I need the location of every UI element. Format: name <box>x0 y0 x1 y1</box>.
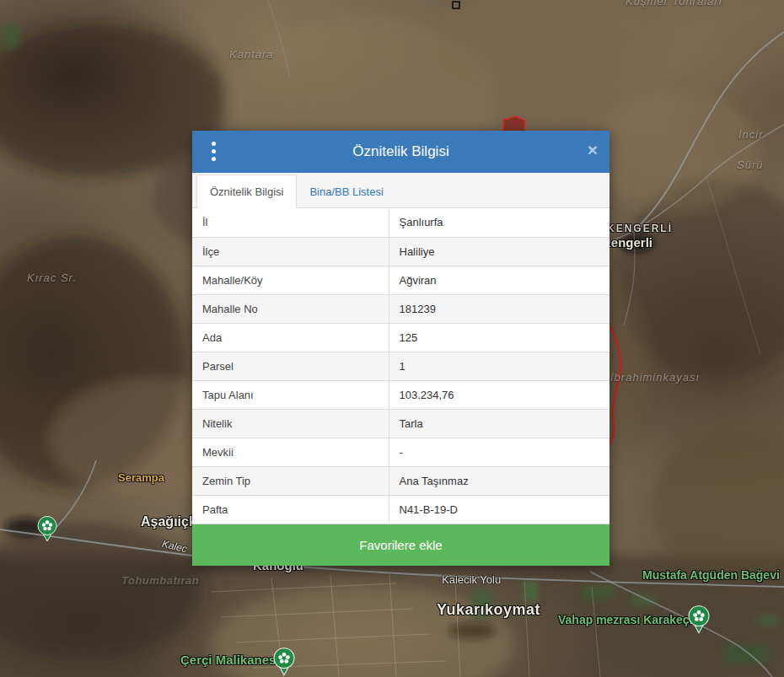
map-label-vahap-karakeci[interactable]: Vahap mezrası Karakeçi <box>558 613 693 626</box>
table-row: İlçeHaliliye <box>192 237 609 266</box>
table-row: Tapu Alanı103.234,76 <box>192 380 609 409</box>
map-label-serampa[interactable]: Serampa <box>118 471 164 484</box>
map-label-kengerli-town: Kengerli <box>602 235 652 250</box>
table-row: Mevkii- <box>192 438 609 466</box>
map-label-cerci-malikanesi[interactable]: Çerçi Malikanesi <box>180 653 280 667</box>
table-row: İlŞanlıurfa <box>192 208 609 237</box>
map-label-yukarikoymat: Yukarıkoymat <box>437 601 540 619</box>
poi-pin-karakeci[interactable] <box>688 605 710 637</box>
map-label-tohumbatiran: Tohumbatıran <box>121 574 199 587</box>
row-label: Mevkii <box>192 438 389 466</box>
add-to-favorites-button[interactable]: Favorilere ekle <box>192 524 609 566</box>
row-value: 181239 <box>389 294 609 323</box>
close-icon[interactable]: × <box>588 141 598 159</box>
row-value: Ağviran <box>389 266 609 294</box>
row-label: İlçe <box>192 237 389 266</box>
row-label: Ada <box>192 323 389 352</box>
table-row: Parsel1 <box>192 352 609 380</box>
table-row: Ada125 <box>192 323 609 352</box>
row-value: - <box>389 438 609 466</box>
dialog-tabs: Öznitelik Bilgisi Bina/BB Listesi <box>192 173 609 208</box>
map-label-kengerli-district: KENGERLİ <box>607 223 673 234</box>
row-value: 1 <box>389 352 609 380</box>
table-row: Mahalle/KöyAğviran <box>192 266 609 294</box>
tab-bina-bb-listesi[interactable]: Bina/BB Listesi <box>297 175 395 207</box>
map-label-incir: İncir <box>738 128 764 141</box>
row-value: Şanlıurfa <box>389 208 609 237</box>
map-label-asagiick: Aşağıiçk <box>141 514 196 529</box>
table-row: Mahalle No181239 <box>192 294 609 323</box>
row-value: Haliliye <box>389 237 609 266</box>
row-value: 103.234,76 <box>389 380 609 409</box>
row-value: N41-B-19-D <box>389 495 609 524</box>
attribute-info-dialog: Öznitelik Bilgisi × Öznitelik Bilgisi Bi… <box>192 131 609 566</box>
row-label: Zemin Tip <box>192 466 389 495</box>
map-label-kirac: Kırac Sr. <box>27 271 77 284</box>
row-label: Parsel <box>192 352 389 380</box>
table-row: Zemin TipAna Taşınmaz <box>192 466 609 495</box>
poi-pin-asagiick[interactable] <box>37 516 57 545</box>
map-label-suru: Sürü <box>737 159 763 171</box>
map-label-kusmer: Kuşmer Tonraları <box>626 0 722 8</box>
row-label: İl <box>192 208 389 237</box>
map-label-ibrahiminkayasi: İbrahiminkayası <box>610 371 700 384</box>
row-value: Tarla <box>389 409 609 438</box>
map-label-kantara: Kantara <box>229 48 274 61</box>
satellite-map[interactable]: Kuşmer Tonraları Kantara İncir Sürü KENG… <box>0 0 784 677</box>
dialog-title: Öznitelik Bilgisi <box>352 143 448 160</box>
menu-dots-icon[interactable] <box>210 142 217 164</box>
row-label: Tapu Alanı <box>192 380 389 409</box>
map-label-kalecik-yolu: Kalecik Yolu <box>442 573 501 586</box>
table-row: PaftaN41-B-19-D <box>192 495 609 524</box>
map-label-mustafa-atguden[interactable]: Mustafa Atgüden Bağevi <box>642 568 780 582</box>
table-row: NitelikTarla <box>192 409 609 438</box>
tab-oznitelik-bilgisi[interactable]: Öznitelik Bilgisi <box>196 175 297 208</box>
row-label: Nitelik <box>192 409 389 438</box>
map-feature-square <box>453 2 459 8</box>
row-label: Pafta <box>192 495 389 524</box>
poi-pin-cerci[interactable] <box>273 647 295 677</box>
attribute-table: İlŞanlıurfa İlçeHaliliye Mahalle/KöyAğvi… <box>192 208 609 524</box>
row-value: 125 <box>389 323 609 352</box>
row-label: Mahalle/Köy <box>192 266 389 294</box>
dialog-header: Öznitelik Bilgisi × <box>192 131 609 173</box>
row-label: Mahalle No <box>192 294 389 323</box>
row-value: Ana Taşınmaz <box>389 466 609 495</box>
